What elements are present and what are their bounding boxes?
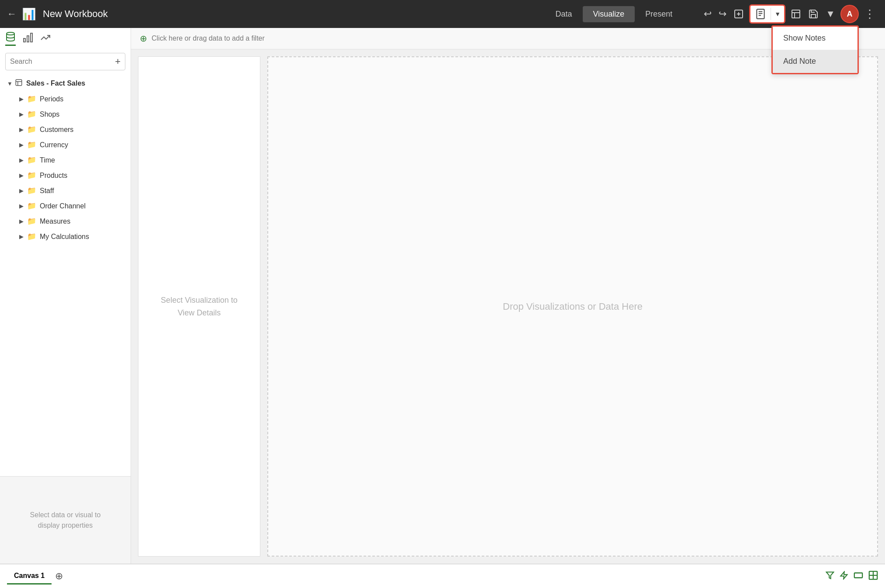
tree-item-periods[interactable]: ▶ 📁 Periods xyxy=(0,91,131,107)
sidebar-icon-bar xyxy=(0,28,131,49)
show-notes-item[interactable]: Show Notes xyxy=(773,27,857,50)
folder-measures-icon: 📁 xyxy=(27,217,36,226)
chart-type-icon-btn[interactable] xyxy=(23,32,33,45)
tree-item-customers[interactable]: ▶ 📁 Customers xyxy=(0,122,131,137)
tab-visualize[interactable]: Visualize xyxy=(583,6,635,22)
my-calculations-label: My Calculations xyxy=(40,233,89,241)
expand-measures-icon: ▶ xyxy=(19,218,27,225)
bottom-layout-button[interactable] xyxy=(854,571,863,582)
order-channel-label: Order Channel xyxy=(40,202,86,210)
bottom-bolt-button[interactable] xyxy=(840,571,848,582)
svg-rect-14 xyxy=(16,80,22,86)
bottom-bar: Canvas 1 ⊕ xyxy=(0,564,885,588)
expand-my-calculations-icon: ▶ xyxy=(19,233,27,240)
periods-label: Periods xyxy=(40,95,63,103)
frame-button[interactable] xyxy=(789,7,803,21)
bottom-grid-button[interactable] xyxy=(868,571,878,582)
add-canvas-button[interactable]: ⊕ xyxy=(55,571,63,582)
measures-label: Measures xyxy=(40,218,70,225)
folder-currency-icon: 📁 xyxy=(27,140,36,149)
folder-products-icon: 📁 xyxy=(27,171,36,180)
expand-staff-icon: ▶ xyxy=(19,187,27,194)
drop-zone[interactable]: Drop Visualizations or Data Here xyxy=(267,56,878,557)
main-layout: + ▼ Sales - Fact Sales ▶ 📁 P xyxy=(0,28,885,564)
tree-item-staff[interactable]: ▶ 📁 Staff xyxy=(0,183,131,198)
main-content: ⊕ Click here or drag data to add a filte… xyxy=(131,28,885,564)
properties-panel: Select data or visual todisplay properti… xyxy=(0,476,131,564)
drop-zone-text: Drop Visualizations or Data Here xyxy=(503,301,643,312)
folder-shops-icon: 📁 xyxy=(27,110,36,119)
search-add-button[interactable]: + xyxy=(115,56,121,67)
tree-root-item[interactable]: ▼ Sales - Fact Sales xyxy=(0,76,131,91)
svg-rect-13 xyxy=(31,33,32,42)
back-arrow-icon: ← xyxy=(7,8,17,20)
expand-products-icon: ▶ xyxy=(19,172,27,179)
canvas-tab-1[interactable]: Canvas 1 xyxy=(7,568,52,585)
tree-item-measures[interactable]: ▶ 📁 Measures xyxy=(0,214,131,229)
search-input[interactable] xyxy=(10,58,115,66)
top-nav: ← 📊 New Workbook Data Visualize Present … xyxy=(0,0,885,28)
svg-point-10 xyxy=(7,32,14,35)
save-button[interactable] xyxy=(806,7,820,21)
canvas-area: Select Visualization toView Details Drop… xyxy=(131,49,885,564)
folder-customers-icon: 📁 xyxy=(27,125,36,134)
sidebar: + ▼ Sales - Fact Sales ▶ 📁 P xyxy=(0,28,131,564)
notes-main-button[interactable] xyxy=(750,6,771,22)
svg-marker-18 xyxy=(841,571,847,579)
svg-rect-12 xyxy=(27,36,29,42)
folder-periods-icon: 📁 xyxy=(27,94,36,104)
filter-placeholder-text: Click here or drag data to add a filter xyxy=(152,35,265,42)
canvas-tab-label: Canvas 1 xyxy=(14,572,45,580)
folder-my-calculations-icon: 📁 xyxy=(27,232,36,241)
trend-icon-btn[interactable] xyxy=(40,32,51,45)
time-label: Time xyxy=(40,156,55,164)
expand-time-icon: ▶ xyxy=(19,157,27,163)
tree-item-order-channel[interactable]: ▶ 📁 Order Channel xyxy=(0,198,131,214)
products-label: Products xyxy=(40,172,67,180)
expand-customers-icon: ▶ xyxy=(19,126,27,133)
shops-label: Shops xyxy=(40,111,59,118)
notes-dropdown-button[interactable]: ▼ xyxy=(771,8,784,20)
folder-order-channel-icon: 📁 xyxy=(27,201,36,211)
tab-present[interactable]: Present xyxy=(635,6,683,22)
notes-button-group[interactable]: ▼ xyxy=(749,4,785,24)
tree-item-time[interactable]: ▶ 📁 Time xyxy=(0,152,131,168)
folder-staff-icon: 📁 xyxy=(27,186,36,195)
workbook-title: New Workbook xyxy=(43,8,540,20)
redo-button[interactable]: ↪ xyxy=(717,7,728,21)
svg-rect-7 xyxy=(792,10,800,18)
root-folder-icon xyxy=(15,79,23,88)
folder-time-icon: 📁 xyxy=(27,156,36,165)
viz-select-panel: Select Visualization toView Details xyxy=(138,56,260,557)
save-dropdown-button[interactable]: ▼ xyxy=(824,7,837,21)
bottom-filter-button[interactable] xyxy=(826,571,834,582)
viz-select-text: Select Visualization toView Details xyxy=(161,294,238,319)
expand-shops-icon: ▶ xyxy=(19,111,27,118)
user-avatar[interactable]: A xyxy=(840,5,859,23)
expand-periods-icon: ▶ xyxy=(19,96,27,102)
root-label: Sales - Fact Sales xyxy=(26,80,85,87)
tab-data[interactable]: Data xyxy=(545,6,583,22)
tree-item-my-calculations[interactable]: ▶ 📁 My Calculations xyxy=(0,229,131,244)
undo-button[interactable]: ↩ xyxy=(702,7,713,21)
tree-item-products[interactable]: ▶ 📁 Products xyxy=(0,168,131,183)
svg-rect-11 xyxy=(24,38,25,42)
svg-marker-17 xyxy=(826,572,834,578)
currency-label: Currency xyxy=(40,141,68,149)
back-button[interactable]: ← xyxy=(7,8,17,20)
data-source-icon-btn[interactable] xyxy=(5,31,16,46)
share-button[interactable] xyxy=(732,7,746,21)
filter-add-icon: ⊕ xyxy=(140,33,147,44)
nav-tabs: Data Visualize Present xyxy=(545,6,683,22)
tree-container: ▼ Sales - Fact Sales ▶ 📁 Periods ▶ � xyxy=(0,74,131,476)
add-note-item[interactable]: Add Note xyxy=(773,50,857,73)
tree-item-currency[interactable]: ▶ 📁 Currency xyxy=(0,137,131,152)
notes-dropdown-menu: Show Notes Add Note xyxy=(771,25,859,74)
more-options-button[interactable]: ⋮ xyxy=(862,6,878,23)
expand-root-icon: ▼ xyxy=(7,80,15,87)
tree-item-shops[interactable]: ▶ 📁 Shops xyxy=(0,107,131,122)
customers-label: Customers xyxy=(40,126,73,134)
svg-rect-19 xyxy=(854,573,862,578)
toolbar-icons: ↩ ↪ ▼ xyxy=(702,4,878,24)
bottom-right-icons xyxy=(826,571,878,582)
